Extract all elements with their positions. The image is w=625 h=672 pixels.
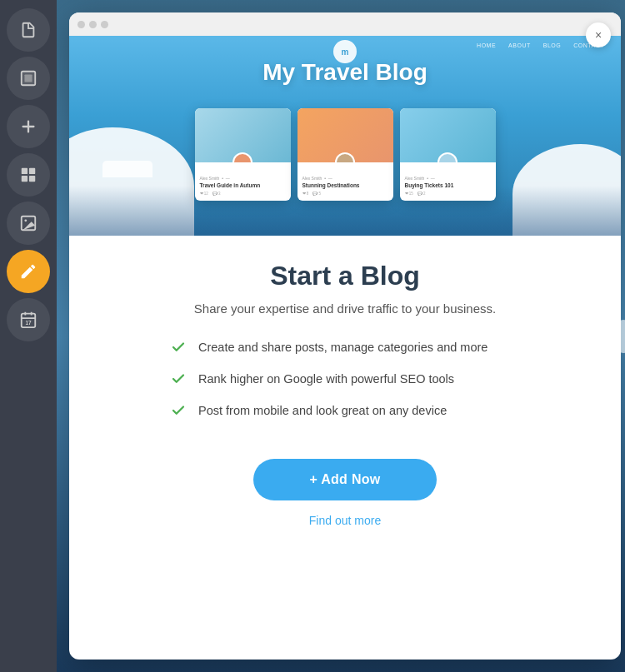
- close-button[interactable]: ×: [586, 22, 611, 47]
- modal-content: Start a Blog Share your expertise and dr…: [69, 236, 621, 660]
- svg-rect-6: [29, 176, 35, 182]
- mock-nav-home: HOME: [477, 42, 496, 48]
- sidebar-item-events[interactable]: 17: [7, 298, 50, 341]
- mock-card-1-image: [195, 108, 291, 162]
- mock-card-1-stat-2: 💬 3: [212, 192, 221, 196]
- mock-card-2-stat-2: 💬 5: [312, 192, 321, 196]
- mock-card-3-avatar: [438, 152, 458, 162]
- sidebar-item-components[interactable]: [7, 153, 50, 197]
- mock-card-1: Alex Smith • — Travel Guide in Autumn ❤ …: [195, 108, 291, 201]
- mock-card-2-avatar: [335, 152, 355, 162]
- mock-card-2-stat-1: ❤ 8: [302, 192, 309, 196]
- sidebar-item-layout[interactable]: [7, 57, 50, 100]
- feature-item-1: Create and share posts, manage categorie…: [170, 339, 520, 356]
- check-icon-3: [170, 402, 187, 419]
- browser-dot-2: [89, 21, 97, 28]
- sidebar-item-blog[interactable]: [7, 250, 50, 293]
- mock-card-1-title: Travel Guide in Autumn: [200, 182, 286, 189]
- feature-text-3: Post from mobile and look great on any d…: [198, 404, 447, 417]
- close-icon: ×: [595, 28, 602, 42]
- mock-card-2-body: Alex Smith • — Stunning Destinations ❤ 8…: [298, 162, 393, 201]
- sidebar-item-add[interactable]: [7, 105, 50, 148]
- mock-card-3-title: Buying Tickets 101: [405, 182, 491, 189]
- sidebar-item-media[interactable]: [7, 202, 50, 245]
- mock-nav: m HOME ABOUT BLOG CONTACT: [69, 36, 621, 55]
- check-icon-1: [170, 339, 187, 356]
- mock-card-2-author: Alex Smith • —: [302, 176, 388, 181]
- blog-modal: × m HOME ABOUT BLOG CONTACT: [69, 12, 621, 660]
- svg-rect-5: [22, 176, 28, 182]
- mock-card-1-stat-1: ❤ 12: [200, 192, 208, 196]
- mock-card-3-meta: ❤ 15 💬 2: [405, 192, 491, 196]
- mock-nav-blog: BLOG: [543, 42, 561, 48]
- mock-nav-about: ABOUT: [508, 42, 531, 48]
- find-out-more-link[interactable]: Find out more: [309, 514, 381, 527]
- svg-rect-2: [24, 74, 32, 82]
- svg-point-8: [24, 219, 27, 222]
- svg-rect-3: [22, 168, 28, 174]
- feature-text-2: Rank higher on Google with powerful SEO …: [198, 372, 454, 386]
- feature-item-3: Post from mobile and look great on any d…: [170, 402, 520, 419]
- mock-card-3-stat-2: 💬 2: [418, 192, 426, 196]
- feature-item-2: Rank higher on Google with powerful SEO …: [170, 371, 520, 387]
- browser-dot-3: [101, 21, 108, 28]
- blog-preview: m HOME ABOUT BLOG CONTACT My Travel Blog: [69, 36, 621, 236]
- mock-card-1-avatar: [232, 152, 252, 162]
- mock-card-1-body: Alex Smith • — Travel Guide in Autumn ❤ …: [195, 162, 291, 201]
- mock-card-1-meta: ❤ 12 💬 3: [200, 192, 286, 196]
- add-now-button[interactable]: + Add Now: [253, 459, 437, 500]
- browser-header: [69, 12, 621, 36]
- mock-card-3-author: Alex Smith • —: [405, 176, 491, 181]
- mock-card-2-title: Stunning Destinations: [302, 182, 388, 189]
- mock-card-3-image: [400, 108, 496, 162]
- sidebar-item-pages[interactable]: [7, 8, 50, 52]
- sidebar: 17: [0, 0, 57, 672]
- mock-card-2-meta: ❤ 8 💬 5: [302, 192, 388, 196]
- mock-card-3-stat-1: ❤ 15: [405, 192, 413, 196]
- scroll-handle[interactable]: [618, 320, 625, 353]
- mock-card-3: Alex Smith • — Buying Tickets 101 ❤ 15 💬…: [400, 108, 496, 201]
- feature-list: Create and share posts, manage categorie…: [170, 339, 520, 434]
- mock-card-2-image: [298, 108, 393, 162]
- modal-subtitle: Share your expertise and drive traffic t…: [194, 301, 496, 316]
- mock-card-3-body: Alex Smith • — Buying Tickets 101 ❤ 15 💬…: [400, 162, 496, 201]
- mock-card-1-author: Alex Smith • —: [200, 176, 286, 181]
- browser-dot-1: [78, 21, 85, 28]
- mock-cards-row: Alex Smith • — Travel Guide in Autumn ❤ …: [69, 98, 621, 201]
- check-icon-2: [170, 371, 187, 387]
- modal-title: Start a Blog: [270, 261, 420, 291]
- main-area: × m HOME ABOUT BLOG CONTACT: [57, 0, 625, 672]
- svg-text:17: 17: [25, 320, 32, 326]
- svg-rect-4: [29, 168, 35, 174]
- feature-text-1: Create and share posts, manage categorie…: [198, 341, 488, 354]
- mock-card-2: Alex Smith • — Stunning Destinations ❤ 8…: [298, 108, 393, 201]
- mock-blog-title: My Travel Blog: [69, 59, 621, 86]
